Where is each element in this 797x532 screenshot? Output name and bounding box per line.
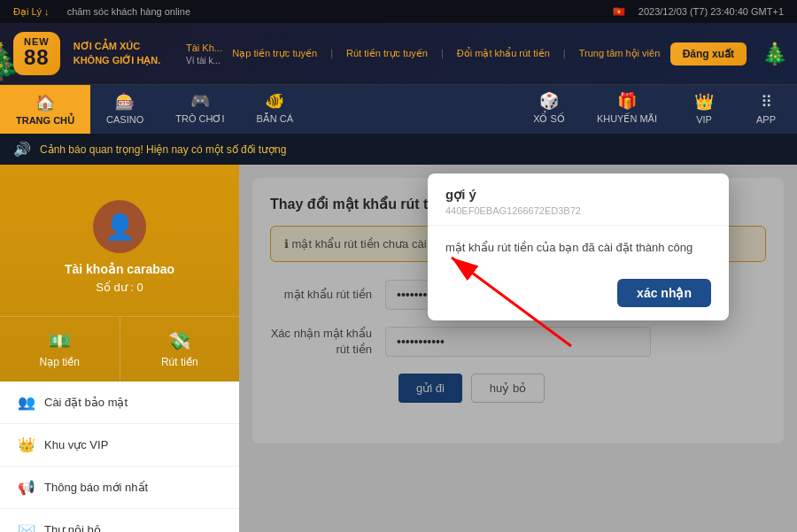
action-buttons: 💵 Nạp tiền 💸 Rút tiền <box>0 316 239 382</box>
mail-icon: ✉️ <box>18 521 35 532</box>
header-links: Tài Kh... Ví tài k... <box>186 42 222 66</box>
menu-vip-label: Khu vực VIP <box>44 438 108 451</box>
security-icon: 👥 <box>18 394 35 411</box>
nap-tien-button[interactable]: 💵 Nạp tiền <box>0 317 120 382</box>
avatar: 👤 <box>93 200 146 253</box>
username: Tài khoản carabao <box>18 262 221 276</box>
menu-thong-bao[interactable]: 📢 Thông báo mới nhất <box>0 466 239 509</box>
date-display: 2023/12/03 (T7) 23:40:40 GMT+1 <box>638 6 784 17</box>
quick-links: Nạp tiền trực tuyến | Rút tiền trực tuyế… <box>222 48 670 59</box>
modal-title: gợi ý <box>445 187 711 203</box>
content-area: 👤 Tài khoản carabao Số dư : 0 💵 Nạp tiền… <box>0 165 797 532</box>
rut-tien-label: Rút tiền <box>161 356 198 368</box>
red-arrow <box>434 244 576 351</box>
home-icon: 🏠 <box>35 93 55 112</box>
nav-khuyen-mai[interactable]: 🎁 KHUYẾN MÃI <box>581 85 673 134</box>
nap-tien-label: Nạp tiền <box>40 356 80 368</box>
navbar: 🏠 TRANG CHỦ 🎰 CASINO 🎮 TRÒ CHƠI 🐠 BẮN CÁ… <box>0 85 797 134</box>
nav-casino-label: CASINO <box>106 114 143 125</box>
game-icon: 🎮 <box>190 91 210 111</box>
casino-icon: 🎰 <box>115 92 135 112</box>
flag-icon: 🇻🇳 <box>613 6 625 18</box>
deposit-icon: 💵 <box>49 330 71 351</box>
nav-ban-ca[interactable]: 🐠 BẮN CÁ <box>240 85 309 134</box>
modal-subtitle: 440EF0EBAG1266672ED3B72 <box>445 205 711 216</box>
rut-tien-link[interactable]: Rút tiền trực tuyến <box>346 48 428 59</box>
menu-bao-mat[interactable]: 👥 Cài đặt bảo mật <box>0 382 239 424</box>
nav-tro-choi[interactable]: 🎮 TRÒ CHƠI <box>159 85 240 134</box>
user-card: 👤 Tài khoản carabao Số dư : 0 <box>0 182 239 316</box>
sidebar-menu: 👥 Cài đặt bảo mật 👑 Khu vực VIP 📢 Thông … <box>0 382 239 532</box>
nav-xo-so-label: XỔ SỐ <box>533 113 565 125</box>
support-info: chăm sóc khách hàng online <box>67 6 190 17</box>
app-icon: ⠿ <box>761 92 772 112</box>
rut-tien-button[interactable]: 💸 Rút tiền <box>120 317 240 382</box>
top-info-bar: Đại Lý ↓ chăm sóc khách hàng online 🇻🇳 2… <box>0 0 797 23</box>
avatar-icon: 👤 <box>104 212 135 242</box>
gift-icon: 🎁 <box>617 91 637 111</box>
logo-area: 🎄 NEW 88 NƠI CẢM XÚC KHÔNG GIỚI HẠN. <box>9 32 168 75</box>
sidebar: 👤 Tài khoản carabao Số dư : 0 💵 Nạp tiền… <box>0 165 239 532</box>
logo[interactable]: NEW 88 <box>13 32 60 75</box>
svg-line-1 <box>452 258 571 346</box>
lottery-icon: 🎲 <box>539 91 559 111</box>
menu-bao-mat-label: Cài đặt bảo mật <box>44 396 128 409</box>
withdraw-icon: 💸 <box>168 330 190 351</box>
modal-confirm-button[interactable]: xác nhận <box>617 279 711 307</box>
slogan: NƠI CẢM XÚC KHÔNG GIỚI HẠN. <box>74 40 161 67</box>
nav-vip[interactable]: 👑 VIP <box>673 85 735 134</box>
doi-mat-khau-link[interactable]: Đổi mật khẩu rút tiền <box>457 48 550 59</box>
wallet-link[interactable]: Ví tài k... <box>186 56 222 66</box>
agent-info[interactable]: Đại Lý ↓ <box>13 6 50 18</box>
nav-trang-chu-label: TRANG CHỦ <box>16 115 74 127</box>
notification-icon: 📢 <box>18 479 35 496</box>
ticker-bar: 🔊 Cảnh báo quan trọng! Hiện nay có một s… <box>0 134 797 165</box>
trung-tam-link[interactable]: Trung tâm hội viên <box>579 48 661 59</box>
nav-casino[interactable]: 🎰 CASINO <box>90 85 159 134</box>
vip-icon: 👑 <box>694 92 714 112</box>
account-link[interactable]: Tài Kh... <box>186 42 222 53</box>
nav-xo-so[interactable]: 🎲 XỔ SỐ <box>517 85 581 134</box>
speaker-icon: 🔊 <box>13 141 31 158</box>
header-right: Đăng xuất 🎄 <box>670 42 788 66</box>
header: 🎄 NEW 88 NƠI CẢM XÚC KHÔNG GIỚI HẠN. Tài… <box>0 23 797 85</box>
nap-tien-link[interactable]: Nạp tiền trực tuyến <box>232 48 317 59</box>
nav-tro-choi-label: TRÒ CHƠI <box>175 113 224 125</box>
fish-icon: 🐠 <box>265 91 284 111</box>
menu-thu-noi-bo[interactable]: ✉️ Thư nội bộ <box>0 509 239 532</box>
menu-thong-bao-label: Thông báo mới nhất <box>44 481 148 494</box>
main-content: Thay đổi mật khẩu rút tiền ℹ mật khẩu rú… <box>239 165 797 532</box>
nav-app-label: APP <box>756 114 776 125</box>
nav-khuyen-mai-label: KHUYẾN MÃI <box>597 113 657 125</box>
balance: Số dư : 0 <box>18 281 221 294</box>
nav-ban-ca-label: BẮN CÁ <box>256 113 293 125</box>
vip-menu-icon: 👑 <box>18 436 35 453</box>
menu-thu-label: Thư nội bộ <box>44 523 101 532</box>
logout-button[interactable]: Đăng xuất <box>670 42 747 66</box>
nav-vip-label: VIP <box>696 114 712 125</box>
menu-vip[interactable]: 👑 Khu vực VIP <box>0 424 239 466</box>
ticker-text: Cảnh báo quan trọng! Hiện nay có một số … <box>40 143 286 156</box>
nav-app[interactable]: ⠿ APP <box>735 85 797 134</box>
nav-trang-chu[interactable]: 🏠 TRANG CHỦ <box>0 85 90 134</box>
modal-header: gợi ý 440EF0EBAG1266672ED3B72 <box>428 173 729 226</box>
